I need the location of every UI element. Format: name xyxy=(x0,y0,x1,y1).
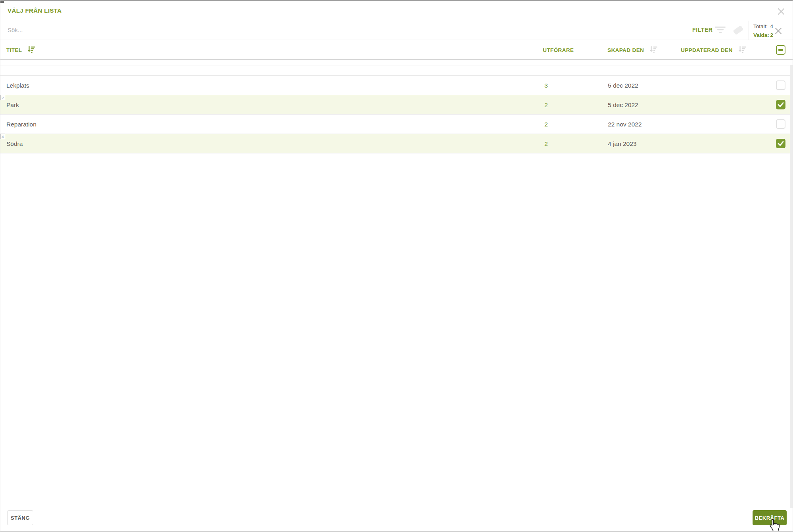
divider xyxy=(749,21,749,40)
cell-skapad-den: 5 dec 2022 xyxy=(608,76,638,95)
cell-titel: Park xyxy=(6,95,19,115)
cell-titel: Södra xyxy=(6,134,23,153)
column-label: TITEL xyxy=(6,47,22,53)
cell-utforare-link[interactable]: 2 xyxy=(544,95,548,115)
filter-button[interactable]: FILTER xyxy=(692,20,713,40)
eraser-icon[interactable] xyxy=(732,25,745,37)
window-corner xyxy=(0,1,4,3)
cell-skapad-den: 5 dec 2022 xyxy=(608,95,638,115)
column-header-uppdaterad-den[interactable]: UPPDATERAD DEN xyxy=(681,40,746,61)
table-row[interactable]: Lekplats 3 5 dec 2022 xyxy=(0,76,793,95)
funnel-lines-icon[interactable] xyxy=(714,26,726,36)
cell-skapad-den: 22 nov 2022 xyxy=(608,115,642,134)
row-checkbox[interactable] xyxy=(776,80,785,90)
table-row[interactable]: 4 Södra 2 4 jan 2023 xyxy=(0,134,793,153)
spacer-row xyxy=(0,61,793,65)
column-label: SKAPAD DEN xyxy=(607,47,644,53)
total-label: Totalt: xyxy=(753,23,768,30)
empty-row xyxy=(0,65,793,76)
confirm-button[interactable]: BEKRÄFTA xyxy=(753,510,787,525)
table-row[interactable]: Reparation 2 22 nov 2022 xyxy=(0,115,793,134)
row-checkbox[interactable] xyxy=(776,139,785,148)
empty-row xyxy=(0,153,793,163)
column-header-titel[interactable]: TITEL xyxy=(6,40,35,61)
column-header-utforare[interactable]: UTFÖRARE xyxy=(543,40,574,60)
sort-descending-icon xyxy=(649,42,657,61)
sort-descending-icon-active xyxy=(27,42,35,61)
cell-utforare-link[interactable]: 3 xyxy=(544,76,548,95)
result-list: Lekplats 3 5 dec 2022 2 Park 2 5 dec 202… xyxy=(0,61,793,164)
column-label: UPPDATERAD DEN xyxy=(681,47,733,53)
selected-value: 2 xyxy=(770,31,773,39)
column-header-skapad-den[interactable]: SKAPAD DEN xyxy=(607,40,657,61)
search-filter-bar: FILTER Totalt: 4 Valda: 2 xyxy=(0,20,793,40)
modal-title: VÄLJ FRÅN LISTA xyxy=(8,7,62,14)
total-value: 4 xyxy=(770,23,773,30)
clear-selection-x-icon[interactable] xyxy=(774,27,783,35)
table-header: TITEL UTFÖRARE SKAPAD DEN xyxy=(0,40,793,60)
cell-skapad-den: 4 jan 2023 xyxy=(608,134,636,153)
cell-utforare-link[interactable]: 2 xyxy=(544,115,548,134)
row-checkbox[interactable] xyxy=(776,119,785,129)
table-row[interactable]: 2 Park 2 5 dec 2022 xyxy=(0,95,793,115)
row-checkbox[interactable] xyxy=(776,100,785,109)
search-input[interactable] xyxy=(8,20,483,40)
totals-summary: Totalt: 4 Valda: 2 xyxy=(753,23,773,39)
cell-utforare-link[interactable]: 2 xyxy=(544,134,548,153)
select-from-list-modal: VÄLJ FRÅN LISTA FILTER Totalt: 4 xyxy=(0,0,793,532)
scrollbar[interactable] xyxy=(790,65,793,508)
selected-label: Valda: xyxy=(753,31,769,39)
row-index-badge: 4 xyxy=(0,134,5,139)
row-index-badge: 2 xyxy=(0,95,5,100)
divider xyxy=(0,163,793,164)
column-label: UTFÖRARE xyxy=(543,47,574,53)
cell-titel: Reparation xyxy=(6,115,36,134)
sort-descending-icon xyxy=(738,42,746,61)
cell-titel: Lekplats xyxy=(6,76,29,95)
close-button[interactable]: STÄNG xyxy=(7,510,33,525)
close-icon[interactable] xyxy=(776,6,786,17)
select-all-checkbox[interactable] xyxy=(776,45,785,55)
